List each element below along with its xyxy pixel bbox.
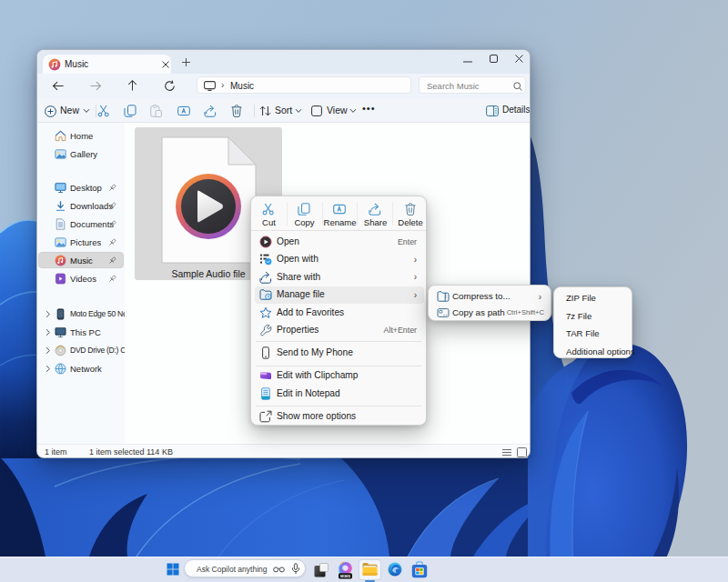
svg-text:M365: M365 <box>340 574 351 578</box>
